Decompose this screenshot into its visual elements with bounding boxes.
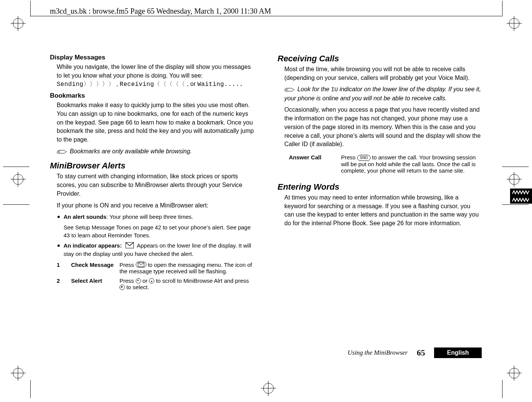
bullet-strong: An alert sounds	[64, 213, 106, 220]
answer-call-row: Answer Call Press SND to answer the call…	[289, 154, 482, 174]
para-alerts-2: If your phone is ON and you receive a Mi…	[50, 201, 254, 210]
note-receiving: Look for the IU indicator on the lower l…	[278, 85, 482, 103]
bullet-dot-icon	[57, 245, 60, 247]
section-minibrowser-alerts: MiniBrowser Alerts	[50, 161, 254, 171]
footer-language-box: English	[434, 347, 482, 358]
text: Press	[341, 154, 357, 160]
mono-sending: Sending〉〉〉〉〉	[57, 81, 115, 88]
para-receiving-1: Most of the time, while browsing you wil…	[278, 65, 482, 82]
para-receiving-2: Occasionally, when you access a page tha…	[278, 106, 482, 149]
nav-down-icon	[149, 278, 154, 284]
reg-mark-top-left	[13, 18, 23, 29]
step-number: 2	[57, 277, 68, 290]
def-text: Press SND to answer the call. Your brows…	[341, 154, 482, 174]
hairline	[502, 1, 503, 17]
right-column: Receiving Calls Most of the time, while …	[278, 54, 482, 290]
bullet-dot-icon	[57, 216, 60, 218]
page-footer: Using the MiniBrowser 65 English	[50, 347, 482, 358]
bullet-alert-sounds: An alert sounds: Your phone will beep th…	[57, 213, 254, 239]
bullet-indicator-appears: An indicator appears: Appears on the low…	[57, 242, 254, 258]
footer-title: Using the MiniBrowser	[347, 349, 408, 357]
step-label: Check Message	[71, 262, 116, 274]
text: or	[143, 277, 149, 284]
reg-mark-bot-right	[509, 368, 520, 379]
footer-page-number: 65	[417, 348, 425, 358]
mono-receiving: Receiving〈〈〈〈〈	[120, 81, 185, 88]
reg-mark-mid-left	[13, 174, 23, 185]
reg-mark-mid-right	[509, 174, 520, 185]
para-entering-words: At times you may need to enter informati…	[278, 193, 482, 228]
reg-mark-bot-left	[13, 368, 23, 379]
heading-display-messages: Display Messages	[50, 54, 254, 61]
def-term: Answer Call	[289, 154, 334, 174]
step-text: Press to open the messaging menu. The ic…	[119, 262, 254, 274]
section-receiving-calls: Receiving Calls	[278, 54, 482, 64]
reg-mark-bottom-center	[263, 383, 274, 394]
iu-indicator-icon: IU	[331, 87, 338, 93]
bullet-subtext: See Setup Message Tones on page 42 to se…	[64, 223, 254, 240]
section-entering-words: Entering Words	[278, 182, 482, 192]
message-key-icon	[136, 262, 146, 268]
step-number: 1	[57, 262, 68, 274]
text: , or	[187, 81, 197, 87]
left-column: Display Messages While you navigate, the…	[50, 54, 254, 290]
note-text: Bookmarks are only available while brows…	[70, 148, 192, 154]
para-display-messages: While you navigate, the lower line of th…	[50, 63, 254, 89]
hairline	[502, 167, 529, 167]
hairline	[30, 16, 502, 16]
hairline	[502, 380, 503, 398]
hairline	[30, 380, 31, 398]
para-bookmarks: Bookmarks make it easy to quickly jump t…	[50, 101, 254, 144]
mono-waiting: Waiting.....	[197, 81, 243, 88]
step-label: Select Alert	[71, 277, 116, 290]
heading-bookmarks: Bookmarks	[50, 92, 254, 100]
www-flag-icon	[510, 189, 532, 204]
text: Press	[119, 277, 136, 284]
text: to select.	[126, 284, 149, 290]
hairline	[502, 204, 529, 205]
bullet-text: : Your phone will beep three times.	[106, 213, 193, 220]
step-text: Press or to scroll to MiniBrowse Alrt an…	[119, 277, 254, 290]
bullet-strong: An indicator appears:	[64, 242, 122, 249]
hairline	[3, 167, 29, 167]
nav-select-icon	[119, 285, 125, 290]
hairline	[30, 1, 31, 17]
pointing-hand-icon	[57, 149, 67, 154]
nav-up-icon	[136, 278, 141, 284]
running-header: m3cd_us.bk : browse.fm5 Page 65 Wednesda…	[50, 7, 271, 16]
pointing-hand-icon	[284, 87, 294, 92]
text: Press	[119, 262, 136, 268]
envelope-icon	[126, 242, 134, 248]
snd-key-icon: SND	[357, 155, 371, 161]
reg-mark-top-right	[509, 18, 520, 29]
note-pre: Look for the	[297, 86, 331, 92]
note-bookmarks: Bookmarks are only available while brows…	[50, 147, 254, 156]
steps-table: 1 Check Message Press to open the messag…	[50, 262, 254, 290]
para-alerts-1: To stay current with changing informatio…	[50, 172, 254, 198]
text: ,	[116, 81, 120, 87]
hairline	[3, 204, 29, 205]
text: to scroll to MiniBrowse Alrt and press	[156, 277, 249, 284]
text: While you navigate, the lower line of th…	[57, 64, 251, 79]
